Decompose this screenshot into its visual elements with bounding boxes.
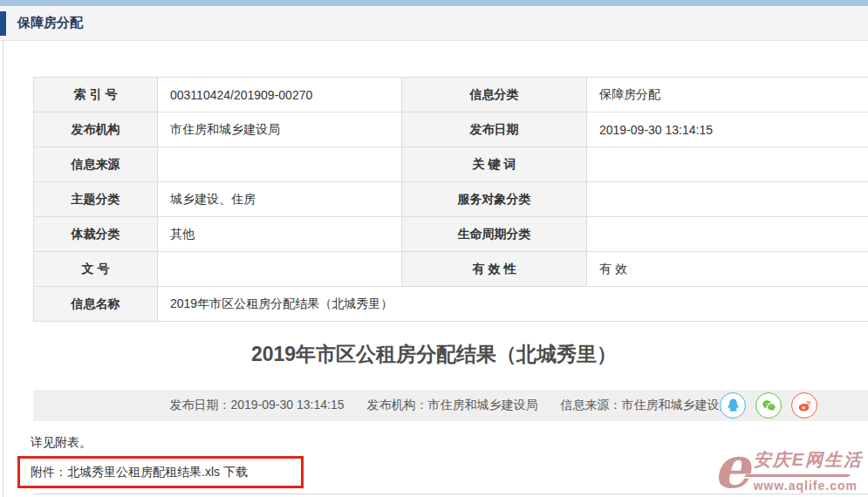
bottom-divider [33, 494, 868, 494]
attachment-file-link[interactable]: 北城秀里公租房配租结果.xls [67, 465, 220, 480]
table-row: 信息来源 关 键 词 [34, 147, 868, 182]
table-value: 2019年市区公租房分配结果（北城秀里） [158, 287, 868, 322]
table-label: 发布机构 [34, 112, 158, 147]
table-value: 003110424/201909-00270 [158, 78, 402, 112]
publish-agency: 发布机构：市住房和城乡建设局 [367, 398, 538, 413]
table-label: 主题分类 [34, 182, 158, 217]
wechat-share-icon[interactable] [755, 392, 782, 419]
page-left-border [3, 41, 3, 497]
table-label: 体裁分类 [34, 217, 158, 252]
watermark-url: www.aqlife.com [754, 479, 858, 493]
table-label: 关 键 词 [402, 147, 587, 182]
table-row: 文 号 有 效 性 有 效 [34, 252, 868, 287]
table-label: 有 效 性 [402, 252, 587, 287]
watermark-brand: 安庆E网生活 [754, 448, 863, 472]
page-title: 保障房分配 [17, 15, 83, 31]
article-body-text: 详见附表。 [31, 435, 92, 451]
table-label: 发布日期 [402, 112, 587, 147]
weibo-eye-icon [796, 398, 813, 414]
top-strip [0, 0, 868, 6]
info-source: 信息来源：市住房和城乡建设局 [561, 398, 732, 413]
table-value: 保障房分配 [587, 78, 868, 112]
table-row: 体裁分类 其他 生命周期分类 [34, 217, 868, 252]
wechat-bubbles-icon [761, 398, 777, 414]
publish-date: 发布日期：2019-09-30 13:14:15 [170, 398, 345, 413]
table-value [587, 182, 868, 217]
table-value: 其他 [158, 217, 402, 252]
table-label: 索 引 号 [34, 78, 158, 112]
table-value [587, 147, 868, 182]
table-row-info-name: 信息名称 2019年市区公租房分配结果（北城秀里） [34, 287, 868, 322]
attachment-download-link[interactable]: 下载 [223, 465, 248, 480]
table-value [158, 147, 402, 182]
table-label: 生命周期分类 [402, 217, 587, 252]
section-header: 保障房分配 [0, 6, 868, 41]
watermark-swoosh [743, 474, 851, 477]
info-table: 索 引 号 003110424/201909-00270 信息分类 保障房分配 … [33, 77, 868, 322]
table-label: 信息名称 [34, 287, 158, 322]
table-value: 2019-09-30 13:14:15 [587, 112, 868, 147]
table-label: 文 号 [34, 252, 158, 287]
attachment-prefix: 附件： [31, 465, 67, 480]
table-value: 有 效 [587, 252, 868, 287]
table-row: 索 引 号 003110424/201909-00270 信息分类 保障房分配 [34, 78, 868, 112]
table-value [587, 217, 868, 252]
table-label: 服务对象分类 [402, 182, 587, 217]
site-watermark: e 安庆E网生活 www.aqlife.com [714, 445, 863, 493]
table-label: 信息分类 [402, 78, 587, 112]
share-buttons [720, 392, 817, 419]
attachment-annotation-box: 附件：北城秀里公租房配租结果.xls 下载 [17, 456, 304, 488]
watermark-e-logo-icon: e [714, 445, 750, 490]
table-row: 主题分类 城乡建设、住房 服务对象分类 [34, 182, 868, 217]
table-row: 发布机构 市住房和城乡建设局 发布日期 2019-09-30 13:14:15 [34, 112, 868, 147]
table-value: 市住房和城乡建设局 [158, 112, 402, 147]
weibo-share-icon[interactable] [791, 392, 817, 419]
table-value: 城乡建设、住房 [158, 182, 402, 217]
table-value [158, 252, 402, 287]
qq-penguin-icon [725, 398, 742, 414]
qq-share-icon[interactable] [720, 392, 746, 419]
accent-bar [0, 11, 6, 36]
article-title: 2019年市区公租房分配结果（北城秀里） [0, 338, 868, 370]
table-label: 信息来源 [34, 147, 158, 182]
